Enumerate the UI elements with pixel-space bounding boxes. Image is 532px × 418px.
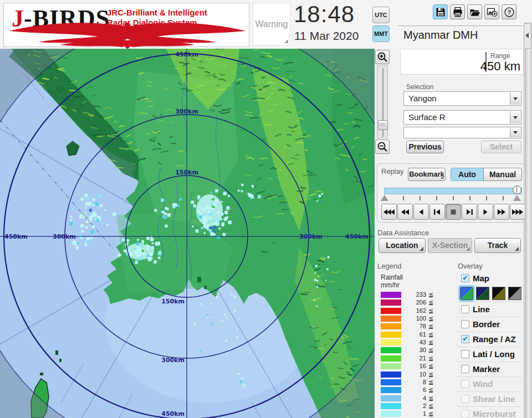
replay-slider-handle[interactable] <box>513 185 521 194</box>
playback-controls <box>381 204 526 220</box>
legend-value: 43 <box>403 339 426 345</box>
map-style-swatch-1[interactable] <box>460 287 473 300</box>
step-forward-button[interactable] <box>462 204 477 220</box>
warning-button[interactable]: Warning <box>253 3 290 45</box>
step-backward-button[interactable] <box>429 204 445 220</box>
site-select[interactable]: Yangon <box>403 91 521 106</box>
map-zoom-in-button[interactable] <box>375 50 390 64</box>
overlay-item-label: Wind <box>473 379 493 389</box>
legend-value: 162 <box>403 307 426 314</box>
map-style-swatch-2[interactable] <box>476 287 489 300</box>
legend-lte-symbol: ≦ <box>428 371 433 378</box>
app-logo: J-BIRDS JRC-Brilliant & Intelligent Rada… <box>3 3 249 47</box>
option-select[interactable] <box>403 127 521 138</box>
replay-manual-button[interactable]: Manual <box>483 168 522 181</box>
map-zoom-slider-handle[interactable] <box>378 120 388 130</box>
map-zoom-out-button[interactable] <box>375 140 390 154</box>
save-icon <box>435 7 446 18</box>
legend-color-swatch <box>381 347 401 353</box>
forward-all-icon <box>511 209 524 215</box>
overlay-row-marker[interactable]: Marker <box>457 362 522 377</box>
control-panel: Range 450 km Selection Yangon Surface R … <box>375 49 524 418</box>
replay-auto-button[interactable]: Auto <box>451 168 484 181</box>
play-backward-button[interactable] <box>413 204 429 220</box>
legend-unit-line1: Rainfall <box>381 273 403 281</box>
zoom-out-icon <box>377 141 388 152</box>
overlay-checkbox-map[interactable]: ✔ <box>461 274 469 282</box>
play-forward-button[interactable] <box>478 204 493 220</box>
add-image-icon <box>487 7 498 18</box>
overlay-checkbox-border[interactable] <box>461 320 469 328</box>
legend-color-swatch <box>381 316 401 322</box>
open-folder-button[interactable] <box>467 4 482 19</box>
help-button[interactable]: ? <box>502 4 516 19</box>
legend-color-swatch <box>381 379 401 385</box>
legend-lte-symbol: ≦ <box>428 363 433 370</box>
timeline-tick <box>420 196 421 200</box>
svg-text:450km: 450km <box>4 233 28 240</box>
svg-text:300km: 300km <box>53 233 76 240</box>
rewind-all-button[interactable] <box>381 204 397 220</box>
track-button[interactable]: Track <box>474 238 521 253</box>
zoom-in-icon <box>377 51 388 63</box>
data-assistance-label: Data Assistance <box>377 229 429 237</box>
rewind-button[interactable] <box>397 204 413 220</box>
legend-color-swatch <box>381 308 401 314</box>
overlay-item-label: Border <box>473 319 500 329</box>
overlay-checkbox-line[interactable] <box>461 305 469 313</box>
panel-splitter[interactable] <box>525 22 532 418</box>
replay-timeline-slider[interactable] <box>384 188 522 194</box>
overlay-checkbox-microburst <box>461 410 469 418</box>
overlay-item-label: Range / AZ <box>473 334 516 344</box>
bookmark-button[interactable]: Bookmark <box>408 168 446 181</box>
utc-button[interactable]: UTC <box>372 7 390 23</box>
legend-value: 61 <box>403 331 426 338</box>
stop-button[interactable] <box>446 204 461 220</box>
site-select-dropdown-button[interactable] <box>510 92 520 105</box>
save-button[interactable] <box>433 4 448 19</box>
svg-text:450km: 450km <box>175 51 198 58</box>
map-style-swatch-4[interactable] <box>508 287 521 300</box>
header-bar: J-BIRDS JRC-Brilliant & Intelligent Rada… <box>0 0 532 49</box>
map-style-swatch-3[interactable] <box>492 287 505 300</box>
product-select-dropdown-button[interactable] <box>510 111 520 123</box>
radar-map[interactable]: 450km 300km 150km 150km 300km 450km 450k… <box>0 49 375 418</box>
svg-text:450km: 450km <box>161 410 185 417</box>
play-backward-icon <box>415 209 427 215</box>
overlay-row-range-az[interactable]: ✔Range / AZ <box>457 332 522 347</box>
svg-text:300km: 300km <box>161 357 185 364</box>
overlay-row-lati-long[interactable]: Lati / Long <box>457 347 522 362</box>
product-select[interactable]: Surface R <box>403 110 521 125</box>
help-icon: ? <box>504 7 515 18</box>
legend-lte-symbol: ≦ <box>428 307 433 314</box>
print-button[interactable] <box>450 4 465 19</box>
panel-collapse-button[interactable] <box>524 23 531 49</box>
overlay-item-label: Lati / Long <box>473 349 515 359</box>
location-button[interactable]: Location <box>378 238 426 253</box>
overlay-row-line[interactable]: Line <box>457 302 522 317</box>
fast-forward-button[interactable] <box>494 204 509 220</box>
overlay-checkbox-lati-long[interactable] <box>461 350 469 358</box>
warning-menu-grip-icon <box>284 39 288 43</box>
eagle-logo-icon <box>8 22 247 49</box>
timeline-tick <box>469 196 470 200</box>
legend-color-swatch <box>381 323 401 329</box>
mmt-button[interactable]: MMT <box>372 25 390 42</box>
overlay-checkbox-range-az[interactable]: ✔ <box>461 335 469 343</box>
play-forward-icon <box>479 209 492 215</box>
previous-button[interactable]: Previous <box>406 141 444 153</box>
overlay-row-border[interactable]: Border <box>457 317 522 332</box>
legend-lte-symbol: ≦ <box>428 299 433 306</box>
legend-value: 2 <box>403 402 426 409</box>
map-zoom-slider[interactable] <box>377 65 388 138</box>
radar-map-canvas[interactable]: 450km 300km 150km 150km 300km 450km 450k… <box>0 49 375 418</box>
forward-all-button[interactable] <box>510 204 525 220</box>
selection-label: Selection <box>406 83 433 91</box>
option-select-dropdown-button[interactable] <box>510 128 520 137</box>
add-image-button[interactable] <box>484 4 499 19</box>
legend-color-swatch <box>381 339 401 345</box>
open-folder-icon <box>469 7 480 18</box>
overlay-checkbox-marker[interactable] <box>461 365 469 373</box>
overlay-row-map[interactable]: ✔Map <box>457 271 522 286</box>
legend-lte-symbol: ≦ <box>428 395 433 402</box>
